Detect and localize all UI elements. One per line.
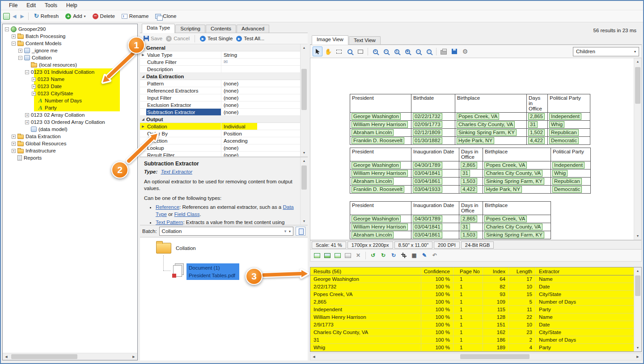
tree-item-grooper290[interactable]: −Grooper290 [3,25,137,33]
extracted-value[interactable]: 1,503 [461,232,477,238]
document-node[interactable]: Document (1) President Tables.pdf [186,263,239,280]
property-value-type[interactable]: ▶Value TypeString [140,51,300,59]
scroll-down-icon[interactable]: ▼ [301,218,308,225]
scroll-up-icon[interactable]: ▲ [634,267,641,275]
extracted-value[interactable]: Abraham Lincoln [352,178,394,185]
zone-extract-icon[interactable] [333,251,342,260]
extracted-value[interactable]: Whig [549,121,564,128]
tree-item-name[interactable]: +0123Name [3,76,137,83]
extracted-value[interactable]: 1,502 [528,129,545,136]
pan-hand-icon[interactable]: ✋ [323,47,333,56]
extracted-value[interactable]: Sinking Spring Farm, KY [484,178,544,185]
property-pattern[interactable]: Pattern(none) [140,80,300,87]
help-scroll-thumb[interactable] [301,165,307,190]
extracted-value[interactable]: Popes Creek, VA [457,113,499,120]
category-expander-icon[interactable]: ◢ [140,75,146,78]
property-value[interactable] [221,66,300,72]
scroll-right-icon[interactable]: ▶ [130,355,137,359]
tree-expander-icon[interactable]: + [32,77,36,81]
tree-item-global-resources[interactable]: +Global Resources [3,140,137,147]
extracted-value[interactable]: 03/04/1861 [413,232,442,238]
results-col-length[interactable]: Length [509,267,536,275]
document-page[interactable]: PresidentBirthdateBirthplaceDays in Offi… [310,58,634,240]
viewer-hscroll-thumb[interactable] [460,354,530,359]
results-col-results-56[interactable]: Results (56) [310,267,421,275]
property-result-filter[interactable]: Result Filter(none) [140,152,300,157]
document-thumbnail-icon[interactable] [172,263,185,278]
annotate-pen-icon[interactable]: ✎ [420,251,429,260]
extracted-value[interactable]: 03/04/1841 [413,224,442,230]
tree-item-02-array-collation[interactable]: +012302 Array Collation [3,111,137,119]
property-expander-icon[interactable]: ▶ [140,125,146,128]
extracted-value[interactable]: Abraham Lincoln [352,232,394,238]
tree-expander-icon[interactable]: + [12,34,16,38]
category-output[interactable]: ◢Output [140,116,300,123]
tree-expander-icon[interactable]: − [25,70,29,74]
property-value[interactable]: (none) [221,152,300,157]
results-col-extractor[interactable]: Extractor [536,267,634,275]
property-value[interactable]: Individual [221,123,300,130]
extracted-value[interactable]: 01/30/1882 [413,137,442,144]
menu-edit[interactable]: Edit [22,1,40,9]
tree-item-party[interactable]: AParty [3,104,137,111]
extracted-value[interactable]: 02/12/1809 [413,129,442,136]
clone-button[interactable]: Clone [153,13,179,20]
help-link-reference[interactable]: Reference [156,204,179,210]
extracted-value[interactable]: George Washington [352,162,401,169]
children-dropdown[interactable]: Children ▾ [573,47,639,56]
zoom-out-icon[interactable]: − [381,47,391,56]
results-scroll-thumb[interactable] [635,275,640,296]
extracted-value[interactable]: 31 [528,121,538,128]
delete-button[interactable]: − Delete [90,13,118,20]
tree-item-reports[interactable]: Reports [3,154,137,161]
tree-hscroll-thumb[interactable] [11,354,77,359]
extracted-value[interactable]: 2,865 [461,162,477,169]
results-row[interactable]: 2/22/1732100 %18210Date [310,283,634,291]
extracted-value[interactable]: Abraham Lincoln [352,129,394,136]
image-disabled-icon[interactable] [343,251,352,260]
rotate-left-icon[interactable]: ↺ [369,251,377,260]
property-direction[interactable]: DirectionAscending [140,137,300,144]
category-general[interactable]: ◢General [140,44,300,51]
batch-folder-icon[interactable] [156,243,171,254]
refresh-button[interactable]: ↻ Refresh [31,13,61,20]
tree-expander-icon[interactable]: + [32,92,36,96]
image-scrollbar[interactable]: ▲ ▼ [634,58,641,240]
tree-item-date[interactable]: +0123Date [3,83,137,90]
print-icon[interactable] [439,47,449,56]
property-value[interactable]: ✉ [221,59,300,65]
extracted-value[interactable]: Sinking Spring Farm, KY [457,129,517,136]
extracted-value[interactable]: Independent [549,113,581,120]
save-button[interactable]: Save [144,36,162,41]
property-subtraction-extractor[interactable]: Subtraction Extractor(none) [140,109,300,116]
property-value[interactable]: (none) [221,87,300,94]
results-row[interactable]: Charles City County, VA100 %116223City/S… [310,329,634,336]
extracted-value[interactable]: William Henry Harrison [352,170,408,177]
tree-item-infrastructure[interactable]: +Infrastructure [3,147,137,154]
tab-data-type[interactable]: Data Type [142,24,175,33]
back-icon[interactable]: ◀ [11,13,17,19]
add-button[interactable]: + Add ▾ [63,13,88,20]
scroll-down-icon[interactable]: ▼ [634,344,641,351]
scroll-up-icon[interactable]: ▲ [301,44,308,51]
property-value[interactable]: Position [221,130,300,137]
image-extract-icon[interactable] [323,251,332,260]
menu-help[interactable]: Help [62,1,82,9]
tree-item-collation[interactable]: −Collation [3,54,137,61]
extracted-value[interactable]: 02/22/1732 [413,113,442,120]
scroll-up-icon[interactable]: ▲ [301,157,308,165]
tree-item-city-state[interactable]: +0123City/State [3,90,137,97]
batch-combo-caret-icon[interactable]: ▾ [289,229,291,233]
delete-region-icon[interactable]: ✕ [354,251,363,260]
extracted-value[interactable]: 31 [461,170,470,177]
extracted-value[interactable]: Independent [552,162,585,169]
snapshot-region-icon[interactable] [334,47,344,56]
extracted-value[interactable]: Whig [552,170,568,177]
tree-expander-icon[interactable]: + [12,142,16,146]
extracted-value[interactable]: Charles City County, VA [484,224,542,230]
results-row[interactable]: Popes Creek, VA100 %19315City/State [310,291,634,298]
tree-hscrollbar[interactable]: ◀ ▶ [3,353,137,360]
extracted-value[interactable]: 04/30/1789 [413,162,442,169]
results-row[interactable]: 2,865100 %11095Number of Days [310,298,634,306]
extracted-value[interactable]: 03/04/1861 [413,178,442,185]
